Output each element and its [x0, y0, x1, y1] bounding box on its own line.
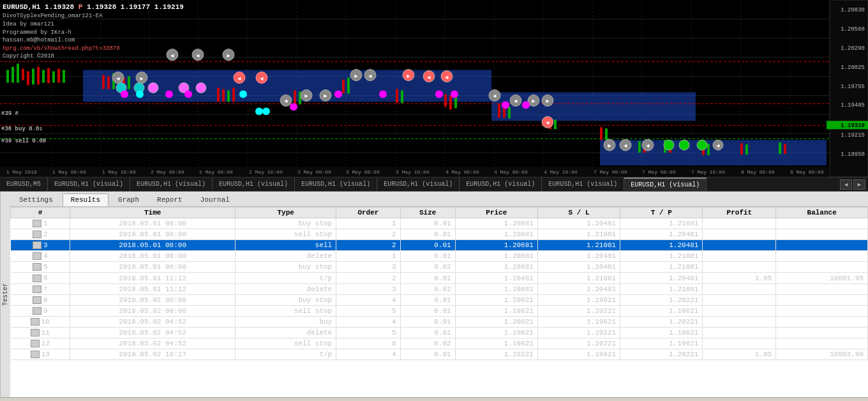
tester-tab-journal[interactable]: Journal [192, 193, 238, 206]
cell-2: 1 [336, 218, 400, 229]
svg-text:►: ► [304, 93, 308, 100]
row-icon [31, 340, 40, 347]
cell-0: 2018.05.01 00:00 [70, 229, 236, 240]
status-bar: For Help, press F1 Default 5483/7 kb [0, 397, 868, 401]
cell-2: 4 [336, 349, 400, 360]
svg-text:►: ► [324, 93, 327, 100]
cell-6: 1.19621 [620, 338, 703, 349]
svg-text:◄: ◄ [646, 143, 650, 149]
tester-tab-graph[interactable]: Graph [110, 193, 147, 206]
svg-rect-62 [454, 96, 457, 108]
table-row[interactable]: 12018.05.01 00:00buy stop10.011.208811.2… [11, 218, 868, 229]
row-icon [33, 263, 41, 271]
table-row[interactable]: 122018.05.02 04:52sell stop60.021.198211… [11, 338, 868, 349]
cell-3: 0.01 [400, 316, 455, 327]
chart-tab-h1-2[interactable]: EURUSD,H1 (visual) [130, 178, 213, 191]
svg-text:◄: ◄ [260, 76, 264, 82]
svg-text:1 May 08:00: 1 May 08:00 [52, 169, 86, 175]
cell-4: 1.20881 [455, 251, 537, 262]
cell-1: delete [236, 327, 336, 338]
svg-rect-40 [47, 68, 50, 84]
cell-5: 1.20221 [537, 338, 620, 349]
svg-rect-37 [32, 69, 34, 85]
cell-4: 1.19821 [455, 305, 537, 316]
cell-3: 0.01 [400, 273, 455, 284]
cell-2: 1 [336, 251, 400, 262]
row-num: 10 [11, 316, 70, 327]
table-row[interactable]: 102018.05.02 04:52buy40.011.200211.19621… [11, 316, 868, 327]
row-icon [33, 220, 41, 227]
table-row[interactable]: 62018.05.01 11:12t/p20.011.204811.210811… [11, 273, 868, 284]
table-row[interactable]: 42018.05.01 00:00delete10.011.208811.204… [11, 251, 868, 262]
row-icon [31, 318, 40, 326]
svg-text:◄: ◄ [237, 76, 241, 82]
cell-7 [703, 240, 776, 251]
tester-tab-results[interactable]: Results [63, 193, 108, 206]
svg-point-132 [679, 140, 689, 150]
svg-text:►: ► [532, 98, 535, 105]
cell-7 [703, 251, 776, 262]
svg-text:2 May 08:00: 2 May 08:00 [199, 169, 233, 175]
cell-2: 3 [336, 262, 400, 273]
cell-6: 1.20481 [620, 229, 703, 240]
table-row[interactable]: 72018.05.01 11:12delete30.021.208811.204… [11, 284, 868, 294]
svg-text:7 May 16:00: 7 May 16:00 [691, 169, 725, 175]
cell-3: 0.02 [400, 338, 455, 349]
tester-tab-report[interactable]: Report [149, 193, 191, 206]
cell-4: 1.20021 [455, 294, 537, 305]
table-row[interactable]: 92018.05.02 00:00sell stop50.011.198211.… [11, 305, 868, 316]
svg-text:1.19485: 1.19485 [841, 102, 865, 109]
cell-3: 0.02 [400, 284, 455, 294]
row-num: 8 [11, 294, 70, 305]
chart-tab-h1-7[interactable]: EURUSD,H1 (visual) [542, 178, 624, 191]
cell-3: 0.01 [400, 218, 455, 229]
table-row[interactable]: 132018.05.02 10:27t/p40.011.202211.19621… [11, 349, 868, 360]
trade-label-39-sell: #39 sell 0.08 [1, 138, 46, 144]
cell-4: 1.20881 [455, 284, 537, 294]
svg-rect-32 [6, 70, 9, 83]
cell-7: 1.95 [703, 349, 776, 360]
svg-point-137 [165, 90, 173, 98]
cell-5: 1.19621 [537, 294, 620, 305]
ea-prog: Programmed by IKra-h [3, 29, 184, 37]
cell-5: 1.19621 [537, 316, 620, 327]
col-profit: Profit [703, 208, 776, 218]
chart-tab-h1-6[interactable]: EURUSD,H1 (visual) [460, 178, 542, 191]
svg-text:3 May 00:00: 3 May 00:00 [297, 169, 331, 175]
cell-7 [703, 229, 776, 240]
cell-0: 2018.05.01 00:00 [70, 218, 236, 229]
tester-tab-settings[interactable]: Settings [11, 193, 61, 206]
chart-tab-h1-4[interactable]: EURUSD,H1 (visual) [295, 178, 377, 191]
chart-tab-next[interactable]: ► [853, 179, 865, 190]
cell-7 [703, 284, 776, 294]
svg-rect-38 [37, 67, 40, 85]
svg-rect-33 [11, 67, 14, 83]
svg-point-146 [136, 90, 144, 98]
row-icon [31, 329, 40, 337]
cell-6: 1.21081 [620, 262, 703, 273]
table-row[interactable]: 52018.05.01 00:00buy stop30.021.208811.2… [11, 262, 868, 273]
table-row[interactable]: 82018.05.02 00:00buy stop40.011.200211.1… [11, 294, 868, 305]
cell-0: 2018.05.02 04:52 [70, 338, 236, 349]
chart-tab-m5[interactable]: EURUSD,M5 [0, 178, 48, 191]
chart-tab-h1-5[interactable]: EURUSD,H1 (visual) [377, 178, 460, 191]
col-time: Time [70, 208, 236, 218]
cell-0: 2018.05.01 11:12 [70, 273, 236, 284]
table-row[interactable]: 112018.05.02 04:52delete50.011.198211.20… [11, 327, 868, 338]
table-row[interactable]: 22018.05.01 00:00sell stop20.011.206811.… [11, 229, 868, 240]
svg-text:7 May 08:00: 7 May 08:00 [642, 169, 676, 175]
row-icon [33, 275, 41, 282]
svg-point-138 [184, 90, 192, 98]
svg-rect-50 [217, 88, 220, 102]
chart-tab-h1-3[interactable]: EURUSD,H1 (visual) [213, 178, 295, 191]
svg-rect-58 [396, 89, 398, 103]
table-row[interactable]: 32018.05.01 00:00sell20.011.206811.21081… [11, 240, 868, 251]
chart-tab-h1-8[interactable]: EURUSD,H1 (visual) [624, 178, 707, 191]
cell-8 [776, 316, 868, 327]
svg-rect-44 [102, 75, 105, 89]
row-num: 11 [11, 327, 70, 338]
chart-tab-h1-1[interactable]: EURUSD,H1 (visual) [48, 178, 130, 191]
cell-2: 3 [336, 284, 400, 294]
cell-7 [703, 316, 776, 327]
chart-tab-prev[interactable]: ◄ [840, 179, 852, 190]
